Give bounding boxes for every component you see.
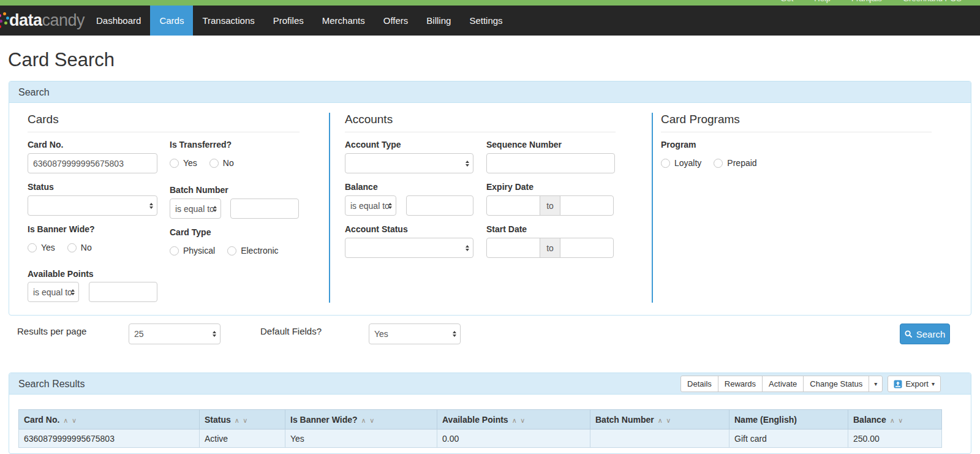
card-type-physical-radio[interactable] bbox=[170, 246, 179, 255]
expiry-date-from-input[interactable] bbox=[486, 195, 540, 216]
start-date-to-input[interactable] bbox=[560, 238, 614, 258]
col-header-card-no[interactable]: Card No.∧ ∨ bbox=[19, 410, 200, 429]
rewards-button[interactable]: Rewards bbox=[718, 376, 763, 392]
change-status-button[interactable]: Change Status bbox=[803, 376, 869, 392]
card-no-input[interactable] bbox=[28, 153, 157, 173]
cell-available-points: 0.00 bbox=[437, 429, 590, 448]
nav-item-dashboard[interactable]: Dashboard bbox=[87, 6, 150, 36]
batch-number-operator-select[interactable]: is equal to bbox=[170, 199, 221, 219]
datacandy-logo[interactable]: datacandy bbox=[0, 6, 85, 36]
activate-button[interactable]: Activate bbox=[762, 376, 804, 392]
account-status-label: Account Status bbox=[345, 224, 408, 234]
export-icon bbox=[894, 380, 902, 388]
column-divider bbox=[329, 113, 330, 303]
select-arrows-icon bbox=[213, 331, 216, 337]
col-header-available-points[interactable]: Available Points∧ ∨ bbox=[437, 410, 590, 429]
select-arrows-icon bbox=[388, 203, 392, 209]
cell-batch-number bbox=[590, 429, 729, 448]
start-date-range: to bbox=[486, 238, 614, 258]
card-type-label: Card Type bbox=[170, 227, 211, 237]
balance-label: Balance bbox=[345, 182, 378, 192]
available-points-input[interactable] bbox=[89, 282, 157, 302]
sort-icons[interactable]: ∧ ∨ bbox=[658, 417, 672, 425]
nav-item-merchants[interactable]: Merchants bbox=[313, 6, 374, 36]
cell-is-banner-wide: Yes bbox=[285, 429, 437, 448]
balance-operator-select[interactable]: is equal to bbox=[345, 195, 396, 216]
program-loyalty-radio[interactable] bbox=[661, 159, 670, 168]
start-date-from-input[interactable] bbox=[486, 238, 540, 258]
account-status-select[interactable] bbox=[345, 238, 473, 258]
more-actions-dropdown-button[interactable]: ▾ bbox=[869, 376, 883, 392]
is-transferred-yes-radio[interactable] bbox=[170, 159, 179, 168]
is-banner-wide-radios: Yes No bbox=[28, 243, 92, 252]
page-title: Card Search bbox=[8, 49, 115, 71]
card-type-electronic-label: Electronic bbox=[241, 246, 278, 255]
results-action-group: Details Rewards Activate Change Status ▾ bbox=[680, 376, 883, 392]
sort-icons[interactable]: ∧ ∨ bbox=[63, 417, 77, 425]
table-row[interactable]: 6360879999995675803 Active Yes 0.00 Gift… bbox=[19, 429, 942, 448]
expiry-date-label: Expiry Date bbox=[486, 182, 533, 192]
col-header-balance[interactable]: Balance∧ ∨ bbox=[848, 410, 942, 429]
results-per-page-select[interactable]: 25 bbox=[129, 323, 221, 344]
is-transferred-no-radio[interactable] bbox=[209, 159, 219, 168]
cell-status: Active bbox=[200, 429, 285, 448]
topbar: Get Help Français Greenhand POS bbox=[0, 0, 980, 6]
topbar-links: Get Help Français Greenhand POS bbox=[780, 0, 962, 3]
account-type-label: Account Type bbox=[345, 140, 401, 149]
card-no-label: Card No. bbox=[28, 140, 63, 149]
sort-icons[interactable]: ∧ ∨ bbox=[890, 417, 904, 425]
balance-input[interactable] bbox=[406, 195, 473, 216]
caret-down-icon: ▾ bbox=[874, 380, 877, 387]
col-header-is-banner-wide[interactable]: Is Banner Wide?∧ ∨ bbox=[285, 410, 437, 429]
nav-item-cards[interactable]: Cards bbox=[150, 6, 193, 36]
results-per-page-label: Results per page bbox=[17, 326, 86, 336]
topbar-link-3[interactable]: Greenhand POS bbox=[903, 0, 962, 3]
details-button[interactable]: Details bbox=[680, 376, 718, 392]
default-fields-select[interactable]: Yes bbox=[369, 323, 461, 344]
status-label: Status bbox=[28, 182, 54, 192]
is-transferred-no-label: No bbox=[223, 158, 234, 168]
status-select[interactable] bbox=[28, 195, 157, 216]
topbar-link-2[interactable]: Français bbox=[851, 0, 882, 3]
topbar-link-0[interactable]: Get bbox=[780, 0, 793, 3]
select-arrows-icon bbox=[149, 203, 153, 209]
nav-item-billing[interactable]: Billing bbox=[417, 6, 460, 36]
nav-item-transactions[interactable]: Transactions bbox=[193, 6, 263, 36]
sort-icons[interactable]: ∧ ∨ bbox=[512, 417, 526, 425]
program-prepaid-label: Prepaid bbox=[727, 158, 756, 168]
nav-item-profiles[interactable]: Profiles bbox=[264, 6, 313, 36]
start-date-to-addon: to bbox=[540, 238, 560, 258]
program-prepaid-radio[interactable] bbox=[714, 159, 723, 168]
program-loyalty-label: Loyalty bbox=[674, 158, 701, 168]
is-banner-wide-yes-radio[interactable] bbox=[28, 243, 37, 252]
available-points-operator-select[interactable]: is equal to bbox=[28, 282, 79, 302]
nav-item-offers[interactable]: Offers bbox=[374, 6, 418, 36]
account-type-select[interactable] bbox=[345, 153, 473, 173]
results-table: Card No.∧ ∨ Status∧ ∨ Is Banner Wide?∧ ∨… bbox=[18, 409, 942, 448]
export-button[interactable]: Export ▾ bbox=[888, 376, 941, 392]
search-icon bbox=[905, 330, 913, 338]
sequence-number-input[interactable] bbox=[486, 153, 615, 173]
is-banner-wide-no-label: No bbox=[81, 243, 92, 252]
candy-burst-icon bbox=[0, 12, 9, 30]
column-divider bbox=[652, 113, 653, 303]
search-button[interactable]: Search bbox=[900, 323, 950, 344]
nav-item-settings[interactable]: Settings bbox=[460, 6, 511, 36]
select-arrows-icon bbox=[71, 289, 75, 295]
topbar-link-1[interactable]: Help bbox=[814, 0, 831, 3]
is-banner-wide-no-radio[interactable] bbox=[67, 243, 77, 252]
program-label: Program bbox=[661, 140, 696, 149]
sort-icons[interactable]: ∧ ∨ bbox=[235, 417, 249, 425]
select-arrows-icon bbox=[213, 206, 217, 212]
results-toolbar: Details Rewards Activate Change Status ▾… bbox=[680, 376, 941, 392]
select-arrows-icon bbox=[466, 161, 469, 167]
card-type-electronic-radio[interactable] bbox=[227, 246, 236, 255]
col-header-status[interactable]: Status∧ ∨ bbox=[200, 410, 285, 429]
is-transferred-radios: Yes No bbox=[170, 158, 234, 168]
expiry-date-to-input[interactable] bbox=[560, 195, 614, 216]
col-header-batch-number[interactable]: Batch Number∧ ∨ bbox=[590, 410, 729, 429]
sort-icons[interactable]: ∧ ∨ bbox=[361, 417, 375, 425]
select-arrows-icon bbox=[453, 331, 456, 337]
batch-number-input[interactable] bbox=[230, 199, 299, 219]
search-results-heading: Search Results Details Rewards Activate … bbox=[9, 373, 971, 395]
